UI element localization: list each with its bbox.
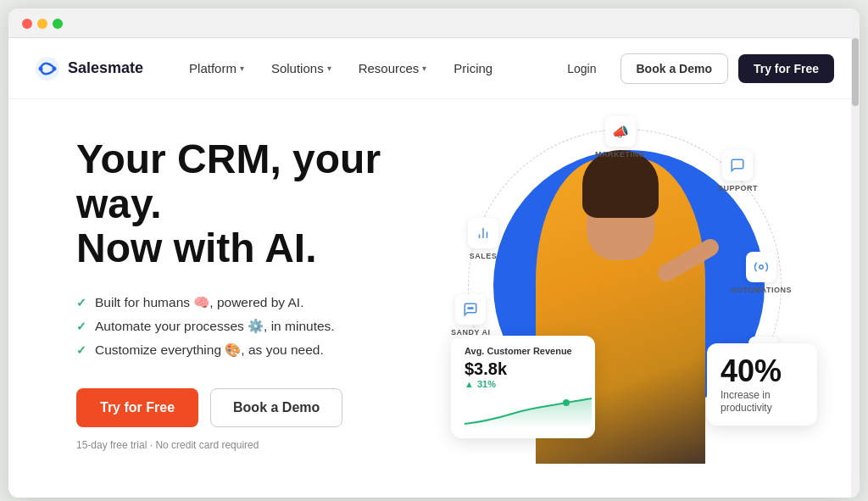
hero-left: Your CRM, your way. Now with AI. ✓ Built… bbox=[76, 137, 442, 451]
marketing-icon: 📣 bbox=[605, 116, 636, 147]
close-button-traffic[interactable] bbox=[22, 19, 32, 29]
revenue-chart bbox=[465, 394, 581, 428]
try-free-hero-button[interactable]: Try for Free bbox=[76, 388, 198, 427]
feature-marketing: 📣 MARKETING bbox=[595, 116, 645, 159]
revenue-growth: ▲ 31% bbox=[465, 379, 581, 389]
revenue-stat-card: Avg. Customer Revenue $3.8k ▲ 31% bbox=[451, 336, 595, 438]
feature-sandy-ai: SANDY AI bbox=[451, 294, 491, 337]
hero-right: 📣 MARKETING SUPPORT bbox=[442, 116, 809, 472]
revenue-title: Avg. Customer Revenue bbox=[465, 346, 581, 356]
minimize-button-traffic[interactable] bbox=[37, 19, 47, 29]
feature-sales: SALES bbox=[468, 218, 498, 260]
automations-icon bbox=[746, 252, 776, 282]
svg-point-12 bbox=[563, 399, 570, 406]
feature-item: ✓ Built for humans 🧠, powered by AI. bbox=[76, 295, 426, 310]
productivity-label: Increase inproductivity bbox=[721, 389, 804, 415]
feature-item: ✓ Automate your processes ⚙️, in minutes… bbox=[76, 319, 426, 334]
sales-icon bbox=[468, 218, 498, 248]
arrow-up-icon: ▲ bbox=[465, 379, 474, 389]
fullscreen-button-traffic[interactable] bbox=[53, 19, 63, 29]
try-free-nav-button[interactable]: Try for Free bbox=[738, 54, 834, 83]
browser-window: Salesmate Platform ▾ Solutions ▾ Resourc… bbox=[8, 8, 860, 498]
scrollbar-thumb[interactable] bbox=[852, 38, 859, 106]
hero-features: ✓ Built for humans 🧠, powered by AI. ✓ A… bbox=[76, 295, 426, 358]
svg-point-9 bbox=[468, 308, 470, 309]
chevron-down-icon: ▾ bbox=[240, 64, 244, 73]
hero-title: Your CRM, your way. Now with AI. bbox=[76, 137, 426, 271]
nav-resources[interactable]: Resources ▾ bbox=[347, 54, 439, 82]
hero-cta: Try for Free Book a Demo bbox=[76, 388, 426, 427]
nav-links: Platform ▾ Solutions ▾ Resources ▾ Prici… bbox=[177, 54, 554, 82]
nav-platform[interactable]: Platform ▾ bbox=[177, 54, 256, 82]
chevron-down-icon: ▾ bbox=[422, 64, 426, 73]
hero-note: 15-day free trial · No credit card requi… bbox=[76, 439, 426, 451]
book-demo-hero-button[interactable]: Book a Demo bbox=[210, 388, 342, 427]
logo-text: Salesmate bbox=[68, 59, 143, 77]
svg-point-2 bbox=[53, 66, 57, 70]
nav-pricing[interactable]: Pricing bbox=[442, 54, 504, 82]
nav-solutions[interactable]: Solutions ▾ bbox=[259, 54, 343, 82]
check-icon: ✓ bbox=[76, 343, 86, 357]
check-icon: ✓ bbox=[76, 296, 86, 309]
login-button[interactable]: Login bbox=[554, 55, 609, 82]
navbar: Salesmate Platform ▾ Solutions ▾ Resourc… bbox=[8, 38, 860, 99]
traffic-lights bbox=[22, 19, 63, 29]
support-icon bbox=[722, 150, 753, 181]
check-icon: ✓ bbox=[76, 320, 86, 333]
book-demo-button[interactable]: Book a Demo bbox=[620, 53, 728, 84]
nav-right: Login Book a Demo Try for Free bbox=[554, 53, 834, 84]
svg-point-10 bbox=[470, 308, 472, 309]
chevron-down-icon: ▾ bbox=[327, 64, 331, 73]
sandy-ai-icon bbox=[455, 294, 486, 325]
logo[interactable]: Salesmate bbox=[34, 55, 143, 82]
browser-chrome bbox=[8, 8, 860, 38]
productivity-stat-card: 40% Increase inproductivity bbox=[707, 343, 817, 426]
productivity-value: 40% bbox=[721, 353, 804, 389]
feature-item: ✓ Customize everything 🎨, as you need. bbox=[76, 342, 426, 358]
svg-point-3 bbox=[760, 265, 764, 270]
svg-point-11 bbox=[472, 308, 474, 309]
hero-section: Your CRM, your way. Now with AI. ✓ Built… bbox=[8, 99, 860, 498]
feature-automations: AUTOMATIONS bbox=[731, 252, 792, 294]
svg-point-1 bbox=[39, 66, 43, 70]
revenue-value: $3.8k bbox=[465, 359, 581, 379]
feature-support: SUPPORT bbox=[718, 150, 758, 192]
